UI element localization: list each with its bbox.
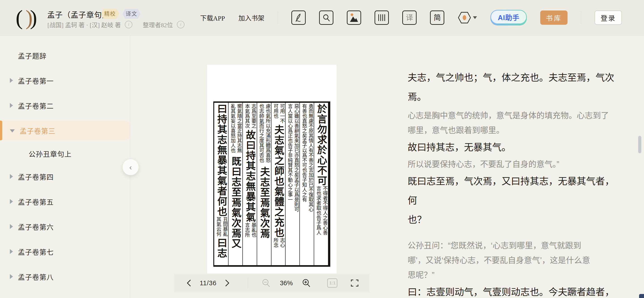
login-button[interactable]: 登录	[594, 10, 622, 25]
vertical-columns-icon	[378, 14, 386, 22]
zoom-in-icon	[302, 278, 311, 288]
classic-paragraph-0: 夫志，气之帅也；气，体之充也。夫志至焉，气次 焉。	[408, 68, 616, 107]
sidebar-item-label: 孟子卷第七	[18, 247, 54, 257]
badge-jingjiao: 精校	[101, 9, 119, 19]
classic-text: 曰：	[408, 287, 426, 297]
classic-paragraph-6: 曰：志壹则动气，气壹则动志也。今夫蹶者趋者，是 气也，而反动其心。敢问夫子恶乎长…	[408, 283, 616, 298]
triangle-right-icon[interactable]	[10, 224, 13, 229]
sidebar-item-label: 孟子卷第四	[18, 172, 54, 182]
download-app-link[interactable]: 下载APP	[200, 13, 225, 22]
sidebar-item-3[interactable]: 孟子卷第三	[0, 121, 130, 140]
scan-column-4: 慮也氣所以充滿形體爲喜怒也志帥氣而行之度其可否也夫志至焉氣次焉	[257, 103, 271, 265]
translation-paragraph-3: 所以说要保持心志，不要乱了自身的意气。”	[408, 157, 616, 172]
scan-column-6: 嚮氣隨之當正持其志無亂其氣妄以喜怒加人也既曰志至焉氣次焉又	[228, 103, 242, 265]
woodblock-columns: 於言勿求於心不可不得者不得人之善心善言也求者取也告子爲人勇而無慮不原其情人有不善…	[214, 103, 328, 265]
triangle-down-icon[interactable]	[10, 129, 15, 132]
scan-image-view-button[interactable]	[347, 10, 361, 25]
sidebar-item-9[interactable]: 孟子卷第八	[0, 264, 130, 289]
sidebar-item-1[interactable]: 孟子卷第一	[0, 68, 130, 93]
sidebar-item-2[interactable]: 孟子卷第二	[0, 93, 130, 118]
sidebar-item-label: 孟子卷第八	[18, 272, 54, 282]
triangle-right-icon[interactable]	[10, 103, 13, 108]
sidebar-item-label: 孟子卷第三	[20, 126, 56, 136]
library-label: 书库	[546, 13, 562, 22]
spacer	[408, 35, 616, 68]
sidebar-item-label: 孟子卷第一	[18, 75, 54, 86]
scan-text-large: 夫志至焉氣次焉	[259, 167, 270, 239]
reading-theme-dropdown[interactable]	[458, 12, 477, 24]
actual-size-button[interactable]: 1:1	[327, 278, 338, 288]
scan-column-0: 於言勿求於心不可不得者不得人之善心善言也求者取也告子爲人	[314, 103, 328, 265]
floating-corner-widget[interactable]	[639, 294, 644, 298]
scan-column-5: 志爲至要之本氣爲其次故曰持其志無暴其氣暴亂也言志所	[242, 103, 257, 265]
one-to-one-label: 1:1	[330, 281, 336, 286]
ai-assistant-button[interactable]: AI助手	[490, 10, 527, 25]
next-page-button[interactable]	[224, 279, 230, 287]
scanned-page-image[interactable]: 於言勿求於心不可不得者不得人之善心善言也求者取也告子爲人勇而無慮不原其情人有不善…	[207, 65, 336, 274]
sidebar-item-label: 孟子题辞	[18, 50, 46, 60]
book-meta: [战国] 孟轲 著 · [汉] 赵岐 著 i 整理者82位 i	[48, 20, 184, 29]
sidebar-item-4[interactable]: 公孙丑章句上	[0, 143, 130, 164]
vertical-layout-button[interactable]	[374, 10, 389, 25]
triangle-right-icon[interactable]	[10, 199, 13, 204]
divider	[248, 278, 248, 289]
scan-text-large: 故曰持其志無暴其氣	[244, 130, 255, 223]
scan-text-large: 於言勿求於心不可	[316, 104, 327, 186]
scan-text-small: 惡心雖以善辭氣來加已亦直怒之矣孟子以爲是則可言人當以心爲正也告子非純賢其不動心之…	[286, 104, 300, 214]
book-organizers: 整理者82位	[143, 20, 173, 29]
scan-text-large: 曰持其志無暴其氣者何也	[216, 104, 227, 217]
annotation-quill-button[interactable]	[291, 10, 306, 25]
scan-text-small: 可用一不可用也	[272, 104, 285, 125]
scan-text-small: 慮也氣所以充滿形體爲喜怒也志帥氣而行之度其可否也	[258, 104, 271, 167]
sidebar-item-7[interactable]: 孟子卷第六	[0, 214, 130, 239]
woodblock-text-frame: 於言勿求於心不可不得者不得人之善心善言也求者取也告子爲人勇而無慮不原其情人有不善…	[213, 101, 330, 267]
sidebar-collapse-handle[interactable]: ‹	[122, 159, 139, 175]
dotted-underlined-text[interactable]: 志壹则动气，气壹则动志也。	[426, 287, 548, 298]
reader-paragraphs: 夫志，气之帅也；气，体之充也。夫志至焉，气次 焉。心志是胸中意气的统帅，意气是身…	[408, 68, 616, 298]
triangle-right-icon[interactable]	[10, 174, 13, 179]
add-to-shelf-link[interactable]: 加入书架	[238, 13, 264, 22]
scan-text-small: 勇而無慮不原其情人有不善之言加於已不復取其心有善也直怒之矣孟子以爲不可也告子知人…	[301, 104, 314, 214]
reading-text-panel: 夫志，气之帅也；气，体之充也。夫志至焉，气次 焉。心志是胸中意气的统帅，意气是身…	[408, 35, 616, 298]
library-button[interactable]: 书库	[540, 10, 568, 25]
scan-column-2: 惡心雖以善辭氣來加已亦直怒之矣孟子以爲是則可言人當以心爲正也告子非純賢其不動心之…	[285, 103, 300, 265]
logo-glyph: (	[16, 6, 23, 29]
chevron-right-icon	[224, 279, 230, 287]
translate-toggle-button[interactable]: 译	[402, 10, 416, 25]
simplified-glyph: 简	[434, 14, 441, 21]
scan-column-3: 可用一不可用也夫志氣之師也氣體之充也志心所念	[271, 103, 285, 265]
prev-page-button[interactable]	[186, 279, 192, 287]
triangle-right-icon[interactable]	[10, 78, 13, 83]
zoom-level: 36%	[280, 280, 293, 287]
sidebar-item-label: 孟子卷第六	[18, 222, 54, 232]
translation-paragraph-5: 公孙丑问：“您既然说，‘心志到哪里，意气就跟到 哪’，又说‘保持心志，不要乱自身…	[408, 238, 616, 283]
simplified-toggle-button[interactable]: 简	[430, 10, 444, 25]
app-window: ( ) ) 孟子（孟子章句） 精校 译文 [战国] 孟轲 著 · [汉] 赵岐 …	[0, 0, 644, 298]
badge-yiwen: 译文	[122, 9, 140, 19]
info-icon[interactable]: i	[125, 21, 132, 28]
search-button[interactable]	[319, 10, 334, 25]
scan-text-small: 暴亂也言志所	[244, 223, 257, 238]
fullscreen-button[interactable]	[350, 279, 359, 287]
sidebar-item-0[interactable]: 孟子题辞	[0, 43, 130, 68]
translation-paragraph-1: 心志是胸中意气的统帅，意气是身体的填充物。心志到了 哪里，意气也跟着到哪里。	[408, 108, 616, 138]
zoom-out-icon	[262, 278, 271, 288]
sidebar-item-8[interactable]: 孟子卷第七	[0, 239, 130, 264]
scan-text-large: 夫志氣之師也氣體之充也	[273, 125, 284, 238]
zoom-in-button[interactable]	[302, 278, 311, 288]
triangle-right-icon[interactable]	[10, 249, 13, 254]
zoom-out-button[interactable]	[262, 278, 271, 288]
scan-text-small: 不得者不得人之善心善言也求者取也告子爲人	[315, 186, 328, 238]
book-authors: [战国] 孟轲 著 · [汉] 赵岐 著	[48, 20, 121, 29]
sidebar-item-6[interactable]: 孟子卷第五	[0, 189, 130, 214]
info-icon[interactable]: i	[177, 21, 184, 28]
scrollbar-thumb[interactable]	[638, 136, 641, 153]
chevron-down-icon	[473, 16, 477, 19]
sidebar-item-5[interactable]: 孟子卷第四	[0, 164, 130, 189]
triangle-right-icon[interactable]	[10, 274, 13, 279]
hexagon-theme-icon	[458, 12, 471, 24]
site-logo-icon[interactable]: ( ) )	[16, 6, 40, 29]
scan-text-small: 志心所念	[272, 238, 285, 248]
sidebar-item-label: 公孙丑章句上	[28, 149, 72, 159]
search-icon	[322, 14, 330, 22]
